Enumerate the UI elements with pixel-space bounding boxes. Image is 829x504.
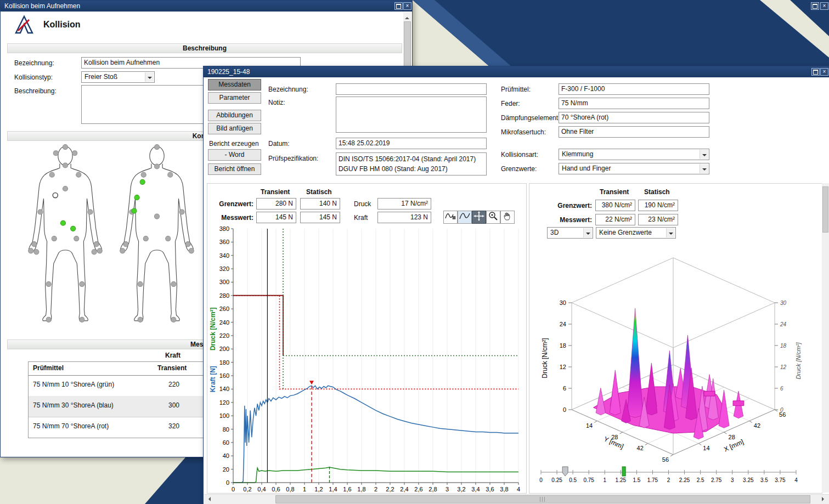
measurement-point[interactable] bbox=[140, 179, 145, 184]
sidebar-button-messdaten[interactable]: Messdaten bbox=[208, 79, 261, 90]
daempfungselement-input[interactable]: 70 °ShoreA (rot) bbox=[559, 112, 709, 123]
measurement-point[interactable] bbox=[92, 250, 97, 254]
grenzwert-transient-box[interactable]: 380 N/cm² bbox=[595, 200, 635, 211]
kollisionstyp-dropdown[interactable]: Freier Stoß bbox=[81, 71, 155, 83]
scrollbar-thumb[interactable] bbox=[822, 186, 828, 233]
pruefmittel-input[interactable]: F-300 / F-1000 bbox=[559, 83, 709, 95]
datum-input[interactable]: 15:48 25.02.2019 bbox=[336, 138, 487, 149]
grenzwerte-dropdown[interactable]: Hand und Finger bbox=[559, 163, 709, 174]
measurement-point[interactable] bbox=[29, 248, 33, 253]
messung-vertical-scrollbar[interactable] bbox=[822, 183, 829, 492]
measurement-point[interactable] bbox=[46, 317, 51, 322]
measurement-point[interactable] bbox=[72, 151, 77, 156]
word-button[interactable]: - Word bbox=[208, 149, 261, 161]
messwert-transient-box[interactable]: 145 N bbox=[256, 212, 296, 223]
kollision-titlebar[interactable]: Kollision beim Aufnehmen × bbox=[1, 1, 412, 12]
measurement-point[interactable] bbox=[49, 172, 54, 177]
measurement-point[interactable] bbox=[32, 242, 37, 247]
grenzwert-transient-box[interactable]: 280 N bbox=[256, 198, 296, 209]
curve-markers-button[interactable] bbox=[443, 211, 458, 224]
sidebar-button-bild-anfuegen[interactable]: Bild anfügen bbox=[208, 123, 261, 134]
dropdown-arrow-icon[interactable] bbox=[700, 164, 708, 173]
druck-value-box[interactable]: 17 N/cm² bbox=[377, 198, 431, 209]
measurement-point[interactable] bbox=[63, 145, 67, 150]
dropdown-arrow-icon[interactable] bbox=[583, 228, 592, 237]
messung-titlebar[interactable]: 190225_15-48 × bbox=[204, 66, 829, 77]
measurement-point[interactable] bbox=[88, 209, 93, 214]
sidebar-button-parameter[interactable]: Parameter bbox=[208, 92, 261, 104]
measurement-point[interactable] bbox=[120, 248, 125, 253]
kollision-close-button[interactable]: × bbox=[403, 2, 411, 10]
hand-button[interactable] bbox=[500, 211, 515, 224]
measurement-point[interactable] bbox=[154, 145, 159, 150]
zoom-button[interactable] bbox=[486, 211, 500, 224]
measurement-point[interactable] bbox=[80, 317, 84, 322]
measurement-point[interactable] bbox=[71, 226, 76, 231]
kollisionsart-dropdown[interactable]: Klemmung bbox=[559, 149, 709, 160]
measurement-point-selected[interactable] bbox=[53, 193, 58, 198]
measurement-point[interactable] bbox=[132, 208, 137, 213]
measurement-point[interactable] bbox=[154, 164, 159, 169]
measurement-point[interactable] bbox=[76, 172, 81, 177]
messwert-statisch-box[interactable]: 23 N/cm² bbox=[638, 214, 678, 225]
sidebar-button-abbildungen[interactable]: Abbildungen bbox=[208, 110, 261, 121]
measurement-point[interactable] bbox=[63, 186, 67, 191]
app-close-button[interactable]: × bbox=[820, 2, 828, 10]
measurement-point[interactable] bbox=[138, 317, 143, 322]
messwert-statisch-box[interactable]: 145 N bbox=[300, 212, 340, 223]
slider-handle-gray[interactable] bbox=[562, 467, 568, 476]
messung-close-button[interactable]: × bbox=[820, 68, 828, 76]
measurement-point[interactable] bbox=[143, 236, 148, 241]
measurement-point[interactable] bbox=[74, 236, 79, 241]
scroll-right-icon[interactable] bbox=[822, 497, 826, 501]
notiz-textarea[interactable] bbox=[336, 97, 487, 133]
messung-horizontal-scrollbar[interactable] bbox=[204, 494, 829, 504]
measurement-point[interactable] bbox=[94, 242, 99, 247]
kollision-maximize-button[interactable] bbox=[394, 2, 403, 10]
measurement-point[interactable] bbox=[53, 151, 58, 156]
measurement-point[interactable] bbox=[171, 317, 176, 322]
measurement-point[interactable] bbox=[60, 220, 65, 225]
dropdown-arrow-icon[interactable] bbox=[666, 228, 675, 237]
measurement-point[interactable] bbox=[185, 242, 190, 247]
bezeichnung-input[interactable] bbox=[336, 83, 487, 95]
pruefspezifikation-box[interactable]: DIN ISO/TS 15066:2017-04 (Stand: April 2… bbox=[336, 152, 487, 175]
measurement-point[interactable] bbox=[80, 282, 84, 287]
measurement-point[interactable] bbox=[168, 172, 173, 177]
view-mode-dropdown[interactable]: 3D bbox=[547, 227, 593, 239]
time-range-slider[interactable]: 00.250.50.7511.251.51.7522.252.52.7533.2… bbox=[538, 465, 802, 490]
body-map-front[interactable] bbox=[25, 144, 105, 327]
curve-button[interactable] bbox=[458, 211, 472, 224]
measurement-point[interactable] bbox=[134, 195, 139, 200]
table-row[interactable]: 75 N/mm 70 °ShoreA (rot) 320 bbox=[29, 417, 204, 438]
scroll-left-icon[interactable] bbox=[206, 497, 211, 501]
feder-input[interactable]: 75 N/mm bbox=[559, 98, 709, 109]
measurement-point[interactable] bbox=[189, 248, 194, 253]
measurement-point[interactable] bbox=[63, 163, 67, 168]
measurement-point[interactable] bbox=[166, 236, 171, 241]
grenzwert-statisch-box[interactable]: 190 N/cm² bbox=[638, 200, 678, 211]
measurement-point[interactable] bbox=[141, 172, 146, 177]
grenzen-anzeige-dropdown[interactable]: Keine Grenzwerte bbox=[596, 227, 676, 239]
measurement-point[interactable] bbox=[97, 248, 102, 253]
dropdown-arrow-icon[interactable] bbox=[145, 72, 154, 82]
slider-handle-green[interactable] bbox=[622, 467, 625, 476]
pan-button[interactable] bbox=[472, 211, 486, 224]
measurement-point[interactable] bbox=[34, 250, 39, 254]
messung-maximize-button[interactable] bbox=[811, 68, 820, 76]
measurement-point[interactable] bbox=[123, 242, 128, 247]
kraft-value-box[interactable]: 123 N bbox=[377, 212, 431, 223]
dropdown-arrow-icon[interactable] bbox=[700, 150, 708, 159]
measurement-point[interactable] bbox=[52, 236, 57, 241]
bericht-oeffnen-button[interactable]: Bericht öffnen bbox=[208, 163, 261, 175]
measurement-point[interactable] bbox=[38, 209, 43, 214]
messwert-transient-box[interactable]: 22 N/cm² bbox=[595, 214, 635, 225]
body-map-back[interactable] bbox=[117, 144, 197, 327]
table-row[interactable]: 75 N/mm 30 °ShoreA (blau) 300 bbox=[29, 396, 204, 417]
measurement-point[interactable] bbox=[171, 282, 176, 287]
grenzwert-statisch-box[interactable]: 140 N bbox=[300, 198, 340, 209]
app-maximize-button[interactable] bbox=[811, 2, 819, 10]
measurement-point[interactable] bbox=[179, 209, 184, 214]
measurement-point[interactable] bbox=[138, 282, 143, 287]
measurement-point[interactable] bbox=[154, 214, 159, 219]
